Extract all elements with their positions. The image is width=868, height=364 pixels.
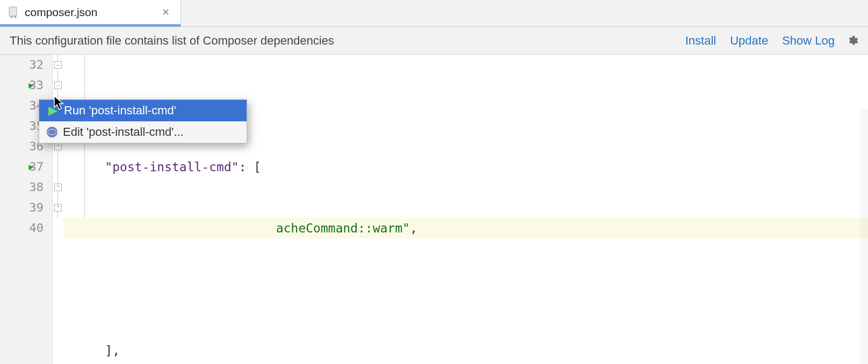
fold-close-icon[interactable]: ⌃: [54, 204, 62, 212]
run-gutter-icon[interactable]: ▶: [28, 75, 34, 96]
context-menu: ▶ Run 'post-install-cmd' Edit 'post-inst…: [39, 99, 247, 143]
svg-text:{ }: { }: [11, 15, 16, 18]
code-line: ],: [63, 340, 868, 361]
line-number: 40: [27, 218, 44, 238]
run-gutter-icon[interactable]: ▶: [28, 157, 34, 177]
scrollbar[interactable]: [860, 110, 868, 364]
tab-close-button[interactable]: ✕: [162, 6, 170, 18]
code-line: "post-install-cmd": [: [63, 157, 868, 177]
banner-message: This configuration file contains list of…: [10, 34, 334, 48]
fold-toggle-icon[interactable]: −: [54, 61, 62, 69]
tab-bar: { } composer.json ✕: [0, 0, 868, 27]
tab-composer-json[interactable]: { } composer.json ✕: [0, 0, 181, 27]
code-line: [63, 279, 868, 300]
gear-icon[interactable]: [847, 35, 858, 47]
fold-toggle-icon[interactable]: −: [54, 82, 62, 89]
code-line-highlighted: acheCommand::warm",: [63, 218, 868, 238]
tab-filename: composer.json: [25, 6, 97, 19]
svg-point-2: [47, 127, 57, 137]
play-icon: ▶: [47, 105, 59, 117]
php-icon: [47, 127, 57, 137]
json-file-icon: { }: [8, 6, 19, 18]
menu-run-script[interactable]: ▶ Run 'post-install-cmd': [39, 100, 247, 121]
menu-item-label: Edit 'post-install-cmd'...: [63, 125, 184, 139]
banner-show-log-link[interactable]: Show Log: [782, 34, 835, 48]
fold-close-icon[interactable]: ⌃: [54, 184, 62, 191]
banner-update-link[interactable]: Update: [730, 34, 768, 48]
line-number: 39: [27, 198, 44, 218]
menu-item-label: Run 'post-install-cmd': [64, 104, 176, 118]
menu-edit-script[interactable]: Edit 'post-install-cmd'...: [39, 121, 247, 143]
composer-banner: This configuration file contains list of…: [0, 27, 868, 55]
line-number: 38: [27, 177, 44, 198]
line-number: 32: [27, 55, 44, 75]
fold-close-icon[interactable]: ⌃: [54, 143, 62, 150]
banner-install-link[interactable]: Install: [685, 34, 716, 48]
